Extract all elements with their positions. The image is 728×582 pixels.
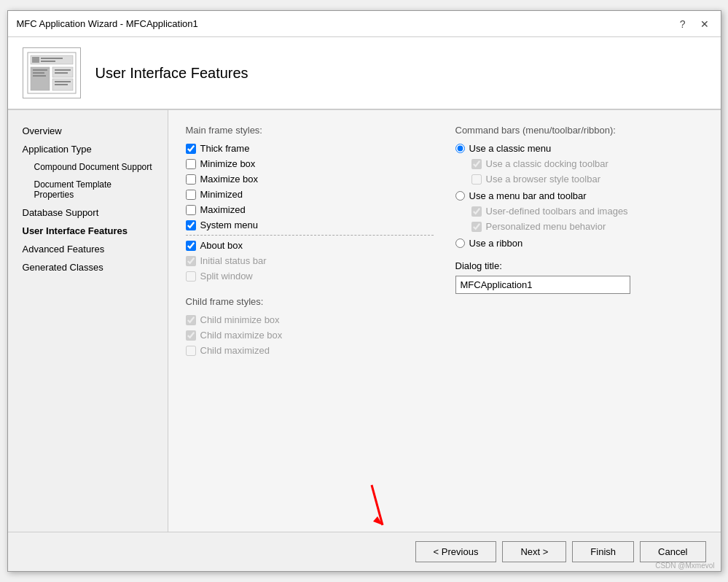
divider-1 [186,235,434,236]
cb-maximized: Maximized [186,204,434,215]
sidebar-item-advanced-features[interactable]: Advanced Features [8,240,168,258]
cb-classic-docking-input[interactable] [471,159,482,169]
cb-user-toolbars-label: User-defined toolbars and images [486,206,628,217]
page-title: User Interface Features [95,65,248,82]
cb-minimized-label: Minimized [200,189,243,200]
cb-thick-frame-input[interactable] [186,144,196,154]
close-button[interactable]: ✕ [697,17,712,31]
radio-ribbon-label: Use a ribbon [469,238,523,249]
cb-initial-status-bar-label: Initial status bar [200,255,267,266]
previous-button[interactable]: < Previous [415,541,497,562]
cb-minimized-input[interactable] [186,190,196,200]
cb-classic-docking: Use a classic docking toolbar [471,158,703,169]
svg-rect-14 [55,84,68,85]
cb-child-minimize-box-input[interactable] [186,315,196,325]
cb-user-toolbars-input[interactable] [471,206,482,217]
cb-thick-frame: Thick frame [186,143,434,154]
footer: < Previous Next > Finish Cancel CSDN @Mx… [8,532,721,571]
header-section: User Interface Features [8,37,721,110]
cb-split-window-label: Split window [200,271,253,282]
next-button[interactable]: Next > [502,541,566,562]
radio-menubar-toolbar: Use a menu bar and toolbar [455,190,703,201]
main-window: MFC Application Wizard - MFCApplication1… [7,10,721,572]
cb-about-box-label: About box [200,240,243,251]
cb-split-window-input[interactable] [186,271,196,282]
red-arrow-icon [357,481,401,540]
svg-rect-9 [33,72,44,74]
cb-child-minimize-box: Child minimize box [186,314,434,325]
cb-personalized-menu: Personalized menu behavior [471,221,703,232]
svg-rect-13 [55,81,71,82]
wizard-icon [23,47,81,98]
cb-browser-toolbar-input[interactable] [471,174,482,185]
dialog-title-input[interactable] [455,276,630,294]
help-button[interactable]: ? [677,17,689,31]
cb-system-menu-input[interactable] [186,220,196,230]
child-frame-label: Child frame styles: [186,296,434,307]
cb-personalized-menu-input[interactable] [471,222,482,232]
cb-child-maximize-box-label: Child maximize box [200,330,283,341]
cb-initial-status-bar: Initial status bar [186,255,434,266]
watermark: CSDN @Mxmevol [655,562,714,570]
cb-thick-frame-label: Thick frame [200,143,250,154]
cb-minimized: Minimized [186,189,434,200]
cb-personalized-menu-label: Personalized menu behavior [486,221,606,232]
sidebar-item-database-support[interactable]: Database Support [8,203,168,222]
cb-initial-status-bar-input[interactable] [186,256,196,266]
cb-maximize-box-label: Maximize box [200,174,258,185]
svg-rect-10 [33,75,46,77]
sidebar-item-overview[interactable]: Overview [8,122,168,140]
radio-classic-menu: Use a classic menu [455,143,703,154]
finish-button[interactable]: Finish [572,541,634,562]
cb-child-maximize-box-input[interactable] [186,330,196,341]
radio-classic-menu-label: Use a classic menu [469,143,552,154]
cb-maximized-input[interactable] [186,205,196,215]
wizard-icon-svg [26,51,77,95]
cb-minimize-box-label: Minimize box [200,158,256,169]
cb-minimize-box: Minimize box [186,158,434,169]
sidebar-item-compound-doc[interactable]: Compound Document Support [8,158,168,176]
cb-maximized-label: Maximized [200,204,246,215]
radio-classic-menu-input[interactable] [455,144,465,153]
radio-menubar-toolbar-input[interactable] [455,191,465,201]
sidebar-item-application-type[interactable]: Application Type [8,140,168,158]
main-grid: Main frame styles: Thick frame Minimize … [186,125,703,360]
title-bar-right: ? ✕ [677,17,712,31]
cb-system-menu-label: System menu [200,220,258,230]
cb-child-minimize-box-label: Child minimize box [200,314,280,325]
svg-rect-2 [32,57,39,63]
cb-child-maximized-input[interactable] [186,346,196,356]
cb-child-maximize-box: Child maximize box [186,330,434,341]
window-title: MFC Application Wizard - MFCApplication1 [17,18,198,29]
dialog-title-label: Dialog title: [455,260,703,271]
cb-about-box-input[interactable] [186,241,196,251]
main-frame-label: Main frame styles: [186,125,434,136]
cb-browser-toolbar-label: Use a browser style toolbar [486,174,601,185]
sidebar-item-ui-features[interactable]: User Interface Features [8,222,168,240]
title-bar: MFC Application Wizard - MFCApplication1… [8,11,721,37]
cb-child-maximized-label: Child maximized [200,345,270,356]
content-area: Overview Application Type Compound Docum… [8,110,721,532]
cb-browser-toolbar: Use a browser style toolbar [471,174,703,185]
sidebar-item-generated-classes[interactable]: Generated Classes [8,258,168,276]
cb-maximize-box-input[interactable] [186,174,196,185]
cb-minimize-box-input[interactable] [186,159,196,169]
sidebar-item-doc-template[interactable]: Document Template Properties [8,176,168,203]
title-bar-left: MFC Application Wizard - MFCApplication1 [17,18,198,29]
cb-classic-docking-label: Use a classic docking toolbar [486,158,608,169]
dialog-title-section: Dialog title: [455,260,703,294]
cb-split-window: Split window [186,271,434,282]
radio-ribbon: Use a ribbon [455,238,703,249]
cancel-button[interactable]: Cancel [640,541,705,562]
radio-menubar-toolbar-label: Use a menu bar and toolbar [469,190,587,201]
cb-child-maximized: Child maximized [186,345,434,356]
cb-about-box: About box [186,240,434,251]
cb-system-menu: System menu [186,220,434,230]
main-content: Main frame styles: Thick frame Minimize … [168,110,721,532]
command-bars-label: Command bars (menu/toolbar/ribbon): [455,125,703,136]
radio-ribbon-input[interactable] [455,238,465,248]
sidebar: Overview Application Type Compound Docum… [8,110,168,532]
svg-rect-12 [55,72,68,74]
left-column: Main frame styles: Thick frame Minimize … [186,125,434,360]
arrow-annotation [357,481,401,542]
